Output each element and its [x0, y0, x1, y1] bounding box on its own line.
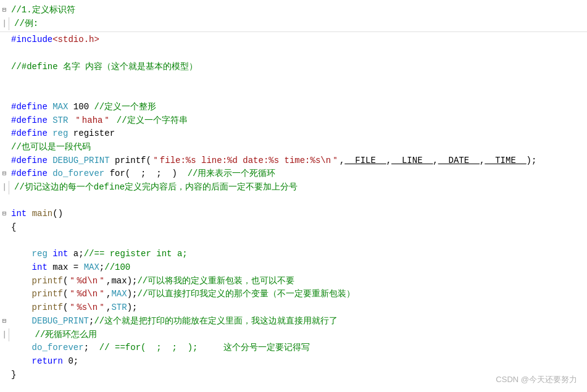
fold-gutter [0, 33, 9, 35]
code-line [0, 87, 587, 101]
code-line: int max = MAX;//100 [0, 261, 587, 275]
line-content: reg int a;//== register int a; [9, 248, 587, 261]
line-content [9, 47, 587, 60]
line-content [9, 194, 587, 208]
line-content [9, 87, 587, 101]
comment-text: //定义一个字符串 [117, 115, 188, 125]
code-text [68, 115, 73, 125]
code-line: //也可以是一段代码 [0, 141, 587, 154]
string-literal: <stdio.h> [52, 35, 99, 44]
indent-space [11, 249, 32, 259]
function-name: printf [32, 302, 63, 312]
fold-gutter [0, 87, 9, 88]
indent-space [11, 262, 32, 272]
code-line: do_forever; // ==for( ; ; ); 这个分号一定要记得写 [0, 341, 587, 355]
code-line [0, 47, 587, 60]
code-line: ⊟#define do_forever for( ; ; ) //用来表示一个死… [0, 167, 587, 181]
line-content: //例: [12, 17, 587, 31]
fold-gutter [0, 194, 9, 196]
fold-gutter: │ [0, 17, 9, 29]
fold-gutter[interactable]: ⊟ [0, 4, 9, 15]
line-content: //切记这边的每一个define定义完内容后，内容的后面一定不要加上分号 [12, 181, 587, 194]
code-text: { [11, 222, 16, 232]
function-name: printf [32, 289, 63, 299]
code-text: () [52, 209, 63, 219]
predefined-macro: __DATE__ [438, 156, 480, 165]
fold-gutter: │ [0, 328, 9, 340]
string-literal: ＂%s\n＂ [68, 302, 106, 312]
code-line [0, 235, 587, 248]
macro-name: STR [52, 115, 68, 125]
comment-text: //也可以是一段代码 [11, 142, 91, 152]
line-content: printf(＂%s\n＂,STR); [9, 301, 587, 315]
code-text: , [386, 156, 391, 165]
comment-text: //定义一个整形 [94, 102, 156, 112]
code-line: #define MAX 100 //定义一个整形 [0, 101, 587, 114]
code-text: ; [84, 343, 99, 352]
line-content: #define STR ＂haha＂ //定义一个字符串 [9, 114, 587, 128]
code-line: #include<stdio.h> [0, 33, 587, 47]
fold-gutter [0, 355, 9, 356]
preprocessor-keyword: #define [11, 156, 52, 165]
comment-text: //死循环怎么用 [35, 330, 98, 340]
comment-text: //100 [104, 262, 130, 272]
macro-name: reg [52, 128, 68, 138]
comment-text: //这个就是把打印的功能放在定义里面，我这边就直接用就行了 [94, 316, 338, 326]
code-line: ⊟//1.定义标识符 [0, 4, 587, 17]
fold-gutter [0, 288, 9, 289]
code-text: ,max); [106, 276, 137, 286]
code-line: reg int a;//== register int a; [0, 248, 587, 261]
code-text: register [68, 128, 115, 138]
watermark: CSDN @今天还要努力 [496, 373, 577, 386]
line-content [9, 235, 587, 248]
comment-text: //可以将我的定义重新包装，也可以不要 [137, 276, 294, 286]
line-content: #include<stdio.h> [9, 33, 587, 47]
fold-gutter [0, 73, 9, 75]
fold-gutter [0, 301, 9, 302]
fold-gutter [0, 275, 9, 276]
line-content: #define MAX 100 //定义一个整形 [9, 101, 587, 114]
fold-gutter [0, 114, 9, 115]
line-content: printf(＂%d\n＂,MAX);//可以直接打印我定义的那个变量（不一定要… [9, 288, 587, 301]
fold-gutter[interactable]: ⊟ [0, 167, 9, 179]
code-line: ⊟ DEBUG_PRINT;//这个就是把打印的功能放在定义里面，我这边就直接用… [0, 315, 587, 328]
code-text: ); [527, 156, 537, 165]
line-content: //死循环怎么用 [12, 328, 587, 342]
keyword: int [11, 209, 27, 219]
fold-gutter[interactable]: ⊟ [0, 207, 9, 219]
fold-gutter [0, 47, 9, 48]
code-text: , [433, 156, 438, 165]
line-content: #define do_forever for( ; ; ) //用来表示一个死循… [9, 167, 587, 181]
line-content [9, 73, 587, 87]
comment-text: //== register int a; [84, 249, 188, 259]
comment-text: //#define 名字 内容（这个就是基本的模型） [11, 62, 198, 72]
code-line: printf(＂%d\n＂,max);//可以将我的定义重新包装，也可以不要 [0, 275, 587, 288]
code-line: #define STR ＂haha＂ //定义一个字符串 [0, 114, 587, 128]
code-text: max = [48, 262, 84, 272]
line-content: printf(＂%d\n＂,max);//可以将我的定义重新包装，也可以不要 [9, 275, 587, 288]
line-content: { [9, 221, 587, 235]
indent-space [11, 302, 32, 312]
code-line [0, 194, 587, 208]
code-line: #define DEBUG_PRINT printf(＂file:%s line… [0, 154, 587, 168]
macro-name: MAX [52, 102, 68, 112]
code-text: 100 [68, 102, 94, 112]
preprocessor-keyword: #define [11, 128, 52, 138]
line-content: return 0; [9, 355, 587, 369]
code-text: for( ; ; ) [104, 169, 187, 178]
code-text: ); [127, 302, 138, 312]
code-text [48, 249, 52, 259]
line-content: //#define 名字 内容（这个就是基本的模型） [9, 60, 587, 74]
comment-text: //例: [14, 19, 38, 28]
line-content: do_forever; // ==for( ; ; ); 这个分号一定要记得写 [9, 341, 587, 355]
fold-gutter[interactable]: ⊟ [0, 315, 9, 327]
macro-name: do_forever [32, 343, 84, 352]
macro-name: DEBUG_PRINT [52, 156, 109, 165]
macro-name: MAX [111, 289, 127, 299]
keyword: int [52, 249, 68, 259]
code-line [0, 73, 587, 87]
comment-text: // ==for( ; ; ); 这个分号一定要记得写 [99, 343, 310, 352]
macro-name: DEBUG_PRINT [32, 316, 89, 326]
line-content: int max = MAX;//100 [9, 261, 587, 275]
code-text: , [339, 156, 344, 165]
